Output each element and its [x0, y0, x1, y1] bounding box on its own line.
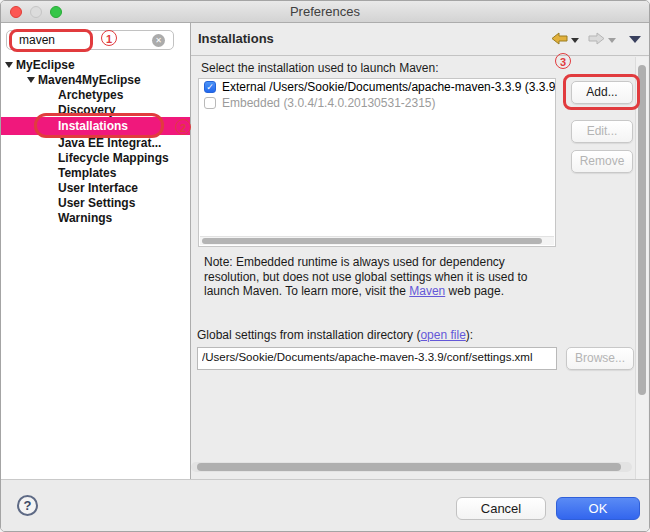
ok-button[interactable]: OK [556, 497, 640, 520]
expand-arrow-icon[interactable] [5, 62, 13, 68]
installation-checkbox-unchecked[interactable] [204, 97, 216, 109]
maven-link[interactable]: Maven [409, 284, 445, 298]
forward-arrow-icon[interactable] [588, 32, 605, 45]
installation-row-external[interactable]: ✓ External /Users/Sookie/Documents/apach… [199, 79, 555, 95]
open-file-link[interactable]: open file [420, 328, 465, 342]
search-input[interactable] [19, 32, 149, 48]
tree-item-lifecycle-mappings[interactable]: Lifecycle Mappings [1, 150, 190, 165]
close-window-button[interactable] [10, 6, 22, 18]
tree-item-myeclipse[interactable]: MyEclipse [1, 57, 190, 72]
preferences-window: Preferences ✕ MyEclipse Maven4MyEclipse … [0, 0, 650, 532]
header-separator [191, 55, 650, 56]
traffic-lights [10, 6, 62, 18]
minimize-window-button[interactable] [30, 6, 42, 18]
preferences-tree: MyEclipse Maven4MyEclipse Archetypes Dis… [1, 57, 190, 225]
titlebar: Preferences [1, 1, 649, 23]
footer-bar: ? Cancel OK [1, 479, 649, 531]
tree-item-user-settings[interactable]: User Settings [1, 195, 190, 210]
tree-item-user-interface[interactable]: User Interface [1, 180, 190, 195]
forward-history-dropdown-icon[interactable] [608, 38, 616, 43]
scrollbar-thumb[interactable] [202, 238, 542, 244]
settings-path-field[interactable] [197, 347, 557, 370]
help-button[interactable]: ? [17, 495, 38, 516]
view-menu-icon[interactable] [629, 36, 641, 43]
scrollbar-thumb[interactable] [638, 65, 646, 395]
scrollbar-thumb[interactable] [197, 463, 621, 471]
expand-arrow-icon[interactable] [27, 77, 35, 83]
browse-button: Browse... [566, 347, 634, 370]
list-horizontal-scrollbar[interactable] [200, 236, 554, 245]
tree-item-maven4myeclipse[interactable]: Maven4MyEclipse [1, 72, 190, 87]
zoom-window-button[interactable] [50, 6, 62, 18]
back-history-dropdown-icon[interactable] [571, 38, 579, 43]
cancel-button[interactable]: Cancel [456, 497, 546, 520]
global-settings-label: Global settings from installation direct… [197, 328, 473, 342]
settings-path-input[interactable] [202, 351, 554, 363]
back-arrow-icon[interactable] [551, 32, 568, 45]
tree-item-warnings[interactable]: Warnings [1, 210, 190, 225]
add-button[interactable]: Add... [571, 81, 633, 104]
page-title: Installations [198, 23, 274, 55]
tree-item-templates[interactable]: Templates [1, 165, 190, 180]
clear-search-icon[interactable]: ✕ [152, 34, 165, 47]
installation-checkbox-checked[interactable]: ✓ [204, 81, 216, 93]
edit-button: Edit... [571, 120, 633, 143]
filter-search-field[interactable]: ✕ [6, 30, 174, 50]
note-text: Note: Embedded runtime is always used fo… [204, 255, 560, 299]
installation-row-embedded[interactable]: Embedded (3.0.4/1.4.0.20130531-2315) [199, 95, 555, 111]
tree-item-java-ee-integration[interactable]: Java EE Integrat... [1, 135, 190, 150]
sidebar: ✕ MyEclipse Maven4MyEclipse Archetypes D… [1, 23, 190, 481]
installations-panel: Installations Select the installation us… [191, 23, 650, 481]
remove-button: Remove [571, 150, 633, 173]
tree-item-installations[interactable]: Installations [1, 117, 190, 135]
history-nav [551, 32, 641, 45]
installations-list: ✓ External /Users/Sookie/Documents/apach… [198, 78, 556, 247]
tree-item-discovery[interactable]: Discovery [1, 102, 190, 117]
select-installation-label: Select the installation used to launch M… [201, 61, 438, 75]
tree-item-archetypes[interactable]: Archetypes [1, 87, 190, 102]
panel-horizontal-scrollbar[interactable] [191, 462, 632, 472]
window-title: Preferences [1, 1, 649, 23]
panel-vertical-scrollbar[interactable] [635, 57, 648, 481]
